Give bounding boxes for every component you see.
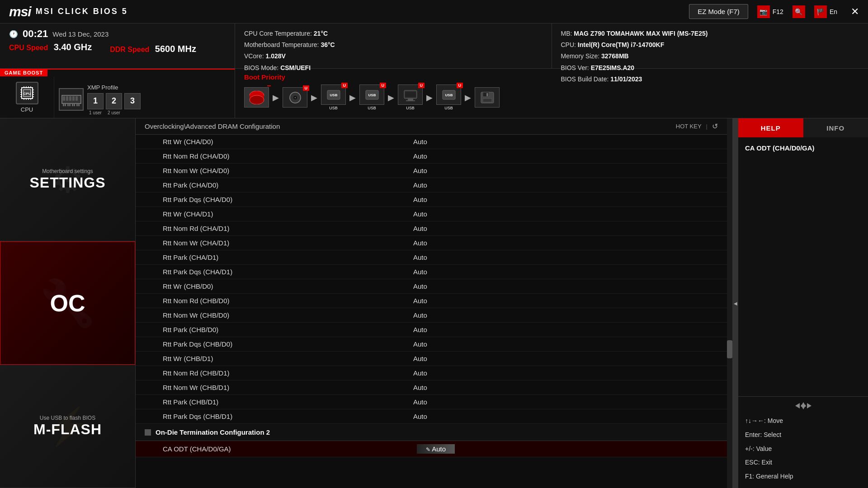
setting-row[interactable]: Rtt Nom Rd (CHA/D0)Auto xyxy=(136,149,727,164)
disc-icon xyxy=(287,91,303,104)
setting-row[interactable]: Rtt Park Dqs (CHB/D0)Auto xyxy=(136,337,727,352)
badge-1 xyxy=(267,85,271,86)
svg-rect-51 xyxy=(486,93,488,96)
usb3-label: USB xyxy=(406,106,415,110)
setting-row[interactable]: Rtt Nom Rd (CHB/D0)Auto xyxy=(136,294,727,308)
scrollbar-thumb[interactable] xyxy=(727,340,732,358)
ddr-speed-label: DDR Speed xyxy=(110,46,149,53)
cpu-speed-item: CPU Speed 3.40 GHz xyxy=(9,42,92,54)
svg-text:CPU: CPU xyxy=(23,92,31,96)
xmp-section: XMP Profile 1 2 3 1 user 2 user xyxy=(54,76,145,118)
setting-name: Rtt Nom Wr (CHB/D0) xyxy=(163,311,413,319)
ez-mode-button[interactable]: EZ Mode (F7) xyxy=(689,4,748,19)
setting-name: Rtt Nom Rd (CHB/D0) xyxy=(163,297,413,305)
setting-row[interactable]: Rtt Park Dqs (CHA/D0)Auto xyxy=(136,192,727,207)
xmp-btn-2[interactable]: 2 xyxy=(106,93,122,109)
setting-row[interactable]: Rtt Wr (CHB/D1)Auto xyxy=(136,352,727,366)
info-tab[interactable]: INFO xyxy=(803,118,868,137)
svg-marker-56 xyxy=(807,403,811,408)
setting-row[interactable]: Rtt Park (CHB/D1)Auto xyxy=(136,395,727,409)
svg-rect-46 xyxy=(406,100,415,101)
setting-name: Rtt Wr (CHA/D1) xyxy=(163,210,413,218)
nav-icon xyxy=(745,401,861,410)
sidebar-item-oc[interactable]: 🔧 OC xyxy=(0,241,135,365)
usb1-label: USB xyxy=(329,106,338,110)
sidebar-item-settings[interactable]: ⚙ Motherboard settings SETTINGS xyxy=(0,118,135,241)
help-content: CA ODT (CHA/D0/GA) xyxy=(738,137,868,396)
settings-rows-container: Rtt Wr (CHA/D0)AutoRtt Nom Rd (CHA/D0)Au… xyxy=(136,135,727,424)
setting-row[interactable]: Rtt Nom Wr (CHA/D1)Auto xyxy=(136,236,727,250)
setting-value: Auto xyxy=(413,181,458,189)
language-button[interactable]: 🏴 En xyxy=(814,5,837,18)
boot-device-1[interactable] xyxy=(244,87,269,108)
setting-row[interactable]: Rtt Nom Wr (CHB/D0)Auto xyxy=(136,308,727,323)
settings-title: SETTINGS xyxy=(29,174,105,191)
system-info-bar: 🕐 00:21 Wed 13 Dec, 2023 CPU Speed 3.40 … xyxy=(0,23,868,69)
sidebar-item-mflash[interactable]: ⚡ Use USB to flash BIOS M-FLASH xyxy=(0,365,135,488)
svg-rect-44 xyxy=(405,92,416,97)
svg-marker-54 xyxy=(801,405,806,409)
top-right-controls: EZ Mode (F7) 📷 F12 🔍 🏴 En ✕ xyxy=(689,4,859,19)
collapse-handle[interactable]: ◀ xyxy=(733,118,738,488)
last-device-icon xyxy=(475,87,500,108)
boot-device-usb1[interactable]: USB U USB xyxy=(321,84,346,110)
center-content: Overclocking\Advanced DRAM Configuration… xyxy=(136,118,727,488)
setting-row[interactable]: Rtt Park (CHA/D1)Auto xyxy=(136,250,727,265)
cpu-speed-label: CPU Speed xyxy=(9,44,48,52)
setting-row[interactable]: Rtt Park Dqs (CHA/D1)Auto xyxy=(136,265,727,279)
setting-row[interactable]: Rtt Park Dqs (CHB/D1)Auto xyxy=(136,409,727,424)
search-button[interactable]: 🔍 xyxy=(793,5,805,18)
setting-value: Auto xyxy=(413,268,458,276)
center-info-panel: CPU Core Temperature: 21°C Motherboard T… xyxy=(235,23,552,68)
cpu-svg-icon: CPU xyxy=(18,84,36,102)
f12-button[interactable]: 📷 F12 xyxy=(757,5,783,18)
section-header-2[interactable]: On-Die Termination Configuration 2 xyxy=(136,424,727,441)
setting-row[interactable]: Rtt Wr (CHA/D1)Auto xyxy=(136,207,727,221)
boot-device-last[interactable] xyxy=(475,87,500,108)
setting-row[interactable]: Rtt Wr (CHB/D0)Auto xyxy=(136,279,727,294)
setting-name: Rtt Park (CHA/D1) xyxy=(163,253,413,261)
boot-device-2[interactable]: U xyxy=(283,87,307,108)
badge-usb2: U xyxy=(380,83,387,88)
time-date-display: 🕐 00:21 Wed 13 Dec, 2023 xyxy=(9,28,226,40)
cpu-profile-item[interactable]: CPU xyxy=(0,76,54,118)
setting-row[interactable]: Rtt Nom Wr (CHB/D1)Auto xyxy=(136,380,727,395)
setting-name: Rtt Nom Rd (CHA/D1) xyxy=(163,225,413,232)
app-title: MSI CLICK BIOS 5 xyxy=(36,7,128,16)
cpu-profile-label: CPU xyxy=(21,106,33,113)
setting-row[interactable]: Rtt Park (CHB/D0)Auto xyxy=(136,323,727,337)
help-tab[interactable]: HELP xyxy=(738,118,803,137)
xmp-btn-1[interactable]: 1 xyxy=(87,93,104,109)
center-scrollbar[interactable] xyxy=(727,118,732,488)
right-info-panel: MB: MAG Z790 TOMAHAWK MAX WIFI (MS-7E25)… xyxy=(552,23,868,68)
setting-value: Auto xyxy=(413,210,458,218)
boot-arrow-6: ▶ xyxy=(465,93,471,103)
close-button[interactable]: ✕ xyxy=(851,6,859,18)
boot-priority-title: Boot Priority xyxy=(244,73,859,81)
back-arrow[interactable]: ↺ xyxy=(712,122,718,131)
boot-device-usb3[interactable]: U USB xyxy=(398,84,423,110)
boot-device-usb4[interactable]: USB U USB xyxy=(436,84,461,110)
setting-value: Auto xyxy=(413,355,458,362)
setting-row[interactable]: Rtt Park (CHA/D0)Auto xyxy=(136,178,727,192)
right-panel: ◀ HELP INFO CA ODT (CHA/D0/GA) xyxy=(732,118,868,488)
setting-value: Auto xyxy=(413,413,458,420)
setting-row[interactable]: Rtt Nom Wr (CHA/D0)Auto xyxy=(136,164,727,178)
selected-setting-value[interactable]: Auto xyxy=(417,444,455,454)
selected-setting-row[interactable]: CA ODT (CHA/D0/GA) Auto xyxy=(136,441,727,457)
msi-logo: msi xyxy=(9,4,31,19)
cpu-value: Intel(R) Core(TM) i7-14700KF xyxy=(578,41,664,48)
setting-row[interactable]: Rtt Nom Rd (CHA/D1)Auto xyxy=(136,221,727,236)
mflash-title: M-FLASH xyxy=(33,421,102,438)
mb-value: MAG Z790 TOMAHAWK MAX WIFI (MS-7E25) xyxy=(574,30,708,37)
mb-temp-label: Motherboard Temperature: xyxy=(244,41,319,48)
setting-name: Rtt Park (CHA/D0) xyxy=(163,181,413,189)
setting-name: Rtt Wr (CHB/D0) xyxy=(163,282,413,290)
boot-device-usb2[interactable]: USB U USB xyxy=(359,84,384,110)
setting-row[interactable]: Rtt Nom Rd (CHB/D1)Auto xyxy=(136,366,727,380)
xmp-btn-3[interactable]: 3 xyxy=(124,93,141,109)
setting-row[interactable]: Rtt Wr (CHA/D0)Auto xyxy=(136,135,727,149)
selected-setting-name: CA ODT (CHA/D0/GA) xyxy=(163,445,417,453)
svg-rect-31 xyxy=(76,103,78,106)
boot-arrow-1: ▶ xyxy=(273,93,279,103)
